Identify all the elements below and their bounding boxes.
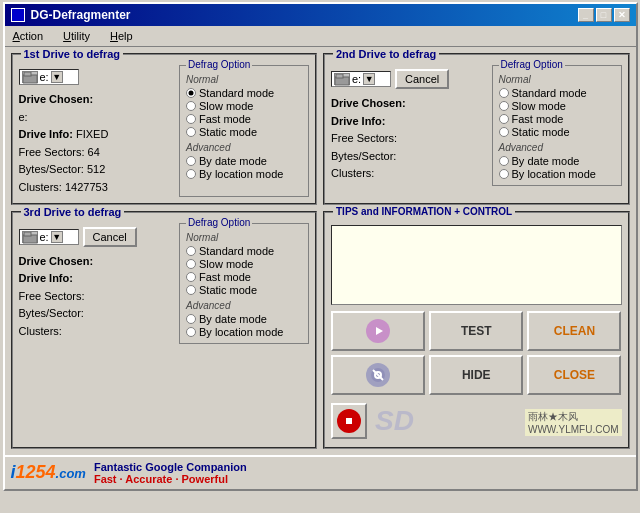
- radio-date-3: By date mode: [186, 313, 302, 325]
- hide-button[interactable]: HIDE: [429, 355, 523, 395]
- drive1-clusters-value: 1427753: [65, 181, 108, 193]
- radio-location-3-btn[interactable]: [186, 327, 196, 337]
- clean-button[interactable]: CLEAN: [527, 311, 621, 351]
- stop-icon-btn[interactable]: [331, 403, 367, 439]
- drive1-label: e:: [40, 71, 49, 83]
- radio-standard-1-btn[interactable]: [186, 88, 196, 98]
- tips-panel: TIPS and INFORMATION + CONTROL TEST CLEA…: [323, 211, 630, 449]
- drive1-type: FIXED: [76, 128, 108, 140]
- drive3-select[interactable]: e: ▼: [19, 229, 79, 245]
- drive2-label: e:: [352, 73, 361, 85]
- drive3-panel: 3rd Drive to defrag e: ▼ Cancel: [11, 211, 318, 449]
- radio-standard-2-btn[interactable]: [499, 88, 509, 98]
- drive3-dropdown[interactable]: ▼: [51, 231, 63, 243]
- radio-static-3: Static mode: [186, 284, 302, 296]
- title-bar: DG-Defragmenter _ □ ✕: [5, 4, 636, 26]
- drive3-label: e:: [40, 231, 49, 243]
- defrag-options-2-title: Defrag Option: [499, 59, 565, 70]
- menu-action[interactable]: Action: [9, 28, 48, 44]
- hide-icon-btn[interactable]: [331, 355, 425, 395]
- drive1-chosen-value: e:: [19, 111, 28, 123]
- drive1-panel: 1st Drive to defrag e: ▼ Drive Chosen:: [11, 53, 318, 205]
- radio-standard-1-label: Standard mode: [199, 87, 274, 99]
- radio-static-1-label: Static mode: [199, 126, 257, 138]
- radio-static-2-btn[interactable]: [499, 127, 509, 137]
- test-button[interactable]: TEST: [429, 311, 523, 351]
- radio-static-3-btn[interactable]: [186, 285, 196, 295]
- watermark-brand: 雨林★木风: [528, 411, 578, 422]
- radio-static-1-btn[interactable]: [186, 127, 196, 137]
- logo-container: i1254.com: [11, 462, 86, 483]
- title-bar-text: DG-Defragmenter: [11, 8, 131, 22]
- bottom-action-row: SD 雨林★木风 WWW.YLMFU.COM: [331, 401, 622, 441]
- close-button[interactable]: ✕: [614, 8, 630, 22]
- drive2-panel: 2nd Drive to defrag e: ▼ Cancel: [323, 53, 630, 205]
- drive1-select-row: e: ▼: [19, 69, 172, 85]
- svg-rect-5: [24, 232, 31, 236]
- main-content: 1st Drive to defrag e: ▼ Drive Chosen:: [5, 47, 636, 455]
- radio-slow-1: Slow mode: [186, 100, 302, 112]
- radio-date-1-btn[interactable]: [186, 156, 196, 166]
- drive1-free-sectors-value: 64: [88, 146, 100, 158]
- radio-fast-2-btn[interactable]: [499, 114, 509, 124]
- radio-date-1: By date mode: [186, 155, 302, 167]
- drive3-info: Drive Chosen: Drive Info: Free Sectors: …: [19, 253, 172, 341]
- drive3-clusters-label: Clusters:: [19, 325, 62, 337]
- drive1-dropdown[interactable]: ▼: [51, 71, 63, 83]
- radio-date-3-label: By date mode: [199, 313, 267, 325]
- radio-location-1-btn[interactable]: [186, 169, 196, 179]
- radio-date-2-btn[interactable]: [499, 156, 509, 166]
- minimize-button[interactable]: _: [578, 8, 594, 22]
- drive2-clusters-label: Clusters:: [331, 167, 374, 179]
- drive2-bytes-label: Bytes/Sector:: [331, 150, 396, 162]
- radio-standard-3-btn[interactable]: [186, 246, 196, 256]
- radio-location-1: By location mode: [186, 168, 302, 180]
- bottom-bar: i1254.com Fantastic Google Companion Fas…: [5, 455, 636, 489]
- radio-fast-1: Fast mode: [186, 113, 302, 125]
- radio-slow-3-label: Slow mode: [199, 258, 253, 270]
- radio-location-2: By location mode: [499, 168, 615, 180]
- logo-num: 1254: [16, 462, 56, 482]
- radio-fast-1-btn[interactable]: [186, 114, 196, 124]
- radio-standard-2: Standard mode: [499, 87, 615, 99]
- radio-date-3-btn[interactable]: [186, 314, 196, 324]
- drive2-left: e: ▼ Cancel Drive Chosen: Drive Info: Fr…: [331, 65, 484, 186]
- test-icon-btn[interactable]: [331, 311, 425, 351]
- drive2-cancel-button[interactable]: Cancel: [395, 69, 449, 89]
- defrag-options-3: Defrag Option Normal Standard mode Slow …: [179, 223, 309, 344]
- app-icon: [11, 8, 25, 22]
- tips-buttons: TEST CLEAN HIDE CLOSE: [331, 311, 622, 395]
- close-app-button[interactable]: CLOSE: [527, 355, 621, 395]
- defrag-options-3-title: Defrag Option: [186, 217, 252, 228]
- drive2-select[interactable]: e: ▼: [331, 71, 391, 87]
- radio-date-2: By date mode: [499, 155, 615, 167]
- radio-slow-2-btn[interactable]: [499, 101, 509, 111]
- main-window: DG-Defragmenter _ □ ✕ Action Utility Hel…: [3, 2, 638, 491]
- menu-utility[interactable]: Utility: [59, 28, 94, 44]
- radio-standard-1: Standard mode: [186, 87, 302, 99]
- drive1-icon: [22, 71, 38, 83]
- drive2-dropdown[interactable]: ▼: [363, 73, 375, 85]
- radio-slow-3-btn[interactable]: [186, 259, 196, 269]
- watermark-url: WWW.YLMFU.COM: [528, 424, 619, 435]
- ad-line1: Fantastic Google Companion: [94, 461, 247, 473]
- defrag-options-1: Defrag Option Normal Standard mode Slow …: [179, 65, 309, 197]
- drive1-select[interactable]: e: ▼: [19, 69, 79, 85]
- svg-rect-1: [24, 72, 31, 76]
- drive1-bytes-label: Bytes/Sector:: [19, 163, 84, 175]
- test-icon: [366, 319, 390, 343]
- menu-help[interactable]: Help: [106, 28, 137, 44]
- tips-title: TIPS and INFORMATION + CONTROL: [333, 206, 515, 217]
- radio-slow-1-btn[interactable]: [186, 101, 196, 111]
- drive3-cancel-button[interactable]: Cancel: [83, 227, 137, 247]
- defrag-options-2: Defrag Option Normal Standard mode Slow …: [492, 65, 622, 186]
- radio-date-2-label: By date mode: [512, 155, 580, 167]
- radio-fast-1-label: Fast mode: [199, 113, 251, 125]
- radio-static-2-label: Static mode: [512, 126, 570, 138]
- watermark-area: 雨林★木风 WWW.YLMFU.COM: [422, 406, 622, 436]
- logo-text: i1254.com: [11, 462, 86, 482]
- radio-location-2-btn[interactable]: [499, 169, 509, 179]
- radio-fast-3-btn[interactable]: [186, 272, 196, 282]
- maximize-button[interactable]: □: [596, 8, 612, 22]
- drive2-icon: [334, 73, 350, 85]
